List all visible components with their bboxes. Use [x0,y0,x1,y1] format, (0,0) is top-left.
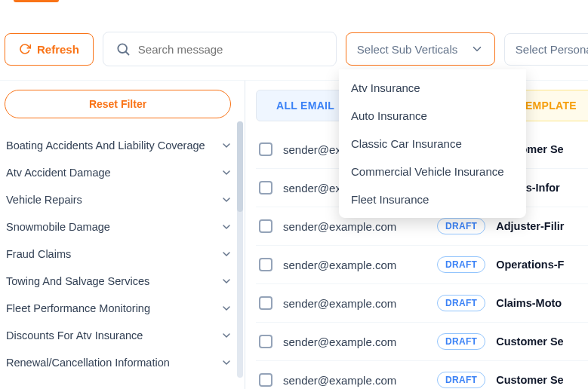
svg-line-1 [126,52,129,55]
filter-item-label: Snowmobile Damage [6,221,110,233]
chevron-down-icon [220,139,232,152]
row-email: sender@example.com [283,297,426,310]
row-checkbox[interactable] [259,219,272,233]
filter-item-label: Boating Accidents And Liability Coverage [6,139,205,152]
chevron-down-icon [220,329,232,342]
sub-verticals-select[interactable]: Select Sub Verticals [346,32,495,66]
chevron-down-icon [220,194,232,206]
chevron-down-icon [470,42,484,56]
row-email: sender@example.com [283,259,426,271]
filter-item-label: Atv Accident Damage [6,167,111,179]
status-badge: DRAFT [437,372,485,388]
refresh-icon [19,43,31,55]
table-row[interactable]: sender@example.comDRAFTCustomer Se [256,323,588,361]
sidebar-scrollbar-thumb[interactable] [237,121,243,212]
dropdown-item[interactable]: Atv Insurance [339,74,526,102]
row-subject: Customer Se [496,374,563,386]
filter-sidebar: Reset Filter Boating Accidents And Liabi… [0,81,245,389]
chevron-down-icon [220,302,232,314]
dropdown-item[interactable]: Auto Insurance [339,102,526,130]
chevron-down-icon [220,167,232,179]
row-checkbox[interactable] [259,335,272,348]
filter-item[interactable]: Towing And Salvage Services [5,268,234,295]
filter-item[interactable]: Atv Accident Damage [5,159,234,186]
search-icon [115,41,131,57]
row-subject: Operations-F [496,259,564,271]
filter-item-label: Fraud Claims [6,248,71,260]
sub-verticals-placeholder: Select Sub Verticals [357,43,457,56]
status-badge: DRAFT [437,333,485,350]
filter-item[interactable]: Snowmobile Damage [5,213,234,240]
dropdown-item[interactable]: Commercial Vehicle Insurance [339,158,526,185]
filter-item-label: Towing And Salvage Services [6,275,149,287]
dropdown-item[interactable]: Fleet Insurance [339,185,526,213]
table-row[interactable]: sender@example.comDRAFTOperations-F [256,246,588,284]
chevron-down-icon [220,275,232,287]
filter-item-label: Renewal/Cancellation Information [6,357,170,369]
row-subject: Customer Se [496,335,563,348]
filter-item-label: Vehicle Repairs [6,194,82,206]
row-subject: Adjuster-Filir [496,220,564,232]
status-badge: DRAFT [437,218,485,234]
row-subject: Claims-Moto [496,297,562,309]
persona-placeholder: Select Persona [516,43,588,56]
sub-verticals-dropdown: Atv InsuranceAuto InsuranceClassic Car I… [339,69,526,218]
persona-select[interactable]: Select Persona [504,33,588,66]
filter-item-label: Discounts For Atv Insurance [6,329,143,342]
filter-item[interactable]: Discounts For Atv Insurance [5,322,234,349]
filter-item[interactable]: Fraud Claims [5,240,234,268]
dropdown-item[interactable]: Classic Car Insurance [339,130,526,158]
row-email: sender@example.com [283,335,426,348]
filter-item-label: Fleet Performance Monitoring [6,302,150,314]
row-checkbox[interactable] [259,142,272,156]
chevron-down-icon [220,248,232,260]
reset-filter-button[interactable]: Reset Filter [5,90,231,118]
refresh-button[interactable]: Refresh [5,33,94,66]
search-input[interactable] [138,43,324,56]
filter-item[interactable]: Vehicle Repairs [5,186,234,213]
row-email: sender@example.com [283,220,426,233]
chevron-down-icon [220,221,232,233]
refresh-label: Refresh [37,43,79,56]
table-row[interactable]: sender@example.comDRAFTClaims-Moto [256,284,588,323]
table-row[interactable]: sender@example.comDRAFTCustomer Se [256,361,588,389]
active-tab-indicator [0,0,588,2]
filter-item[interactable]: Boating Accidents And Liability Coverage [5,132,234,159]
row-checkbox[interactable] [259,181,272,194]
row-checkbox[interactable] [259,296,272,310]
status-badge: DRAFT [437,256,485,273]
sidebar-scrollbar-track[interactable] [237,121,243,378]
row-checkbox[interactable] [259,258,272,271]
status-badge: DRAFT [437,295,485,311]
chevron-down-icon [220,357,232,369]
row-checkbox[interactable] [259,373,272,387]
filter-item[interactable]: Fleet Performance Monitoring [5,295,234,322]
filter-list: Boating Accidents And Liability Coverage… [5,132,234,376]
filter-item[interactable]: Renewal/Cancellation Information [5,349,234,376]
search-box[interactable] [103,32,337,66]
row-email: sender@example.com [283,374,426,387]
